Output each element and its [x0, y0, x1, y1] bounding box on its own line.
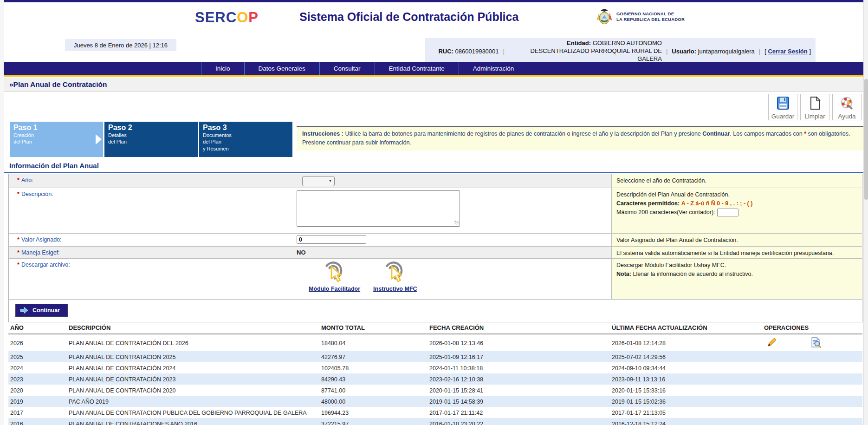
edit-pencil-icon[interactable] — [766, 337, 777, 349]
nav-item-entidad-contratante[interactable]: Entidad Contratante — [375, 62, 459, 75]
nav-item-datos-generales[interactable]: Datos Generales — [244, 62, 319, 75]
cell-updated: 2016-12-18 15:12:24 — [612, 418, 764, 425]
plans-table: AÑO DESCRIPCIÓN MONTO TOTAL FECHA CREACI… — [8, 321, 862, 425]
label-text: Maneja Esigef: — [21, 249, 60, 256]
entity-info: Entidad: GOBIERNO AUTONOMO DESCENTRALIZA… — [509, 39, 662, 63]
separator: | — [503, 48, 505, 55]
cell-description: PLAN ANUAL DE CONTRATACIÓN DEL 2026 — [69, 334, 321, 351]
form-section-title: Información del Plan Anual — [4, 161, 863, 173]
required-asterisk: * — [17, 236, 19, 243]
step-line: Documentos — [203, 132, 292, 138]
app-title: Sistema Oficial de Contratación Pública — [299, 10, 518, 24]
year-select[interactable] — [302, 176, 335, 186]
government-branding: GOBIERNO NACIONAL DE LA REPUBLICA DEL EC… — [596, 7, 685, 27]
sercop-logo: SERCOP — [195, 9, 259, 26]
required-asterisk: * — [17, 191, 19, 197]
label-text: Valor Asignado: — [21, 236, 62, 243]
government-text: GOBIERNO NACIONAL DE LA REPUBLICA DEL EC… — [616, 11, 685, 23]
cell-description: PLAN ANUAL DE CONTRATACION PUBLICA DEL G… — [69, 407, 321, 418]
step-arrow-icon — [96, 134, 102, 144]
help-button-label: Ayuda — [833, 113, 861, 120]
esigef-label: *Maneja Esigef: — [9, 247, 294, 258]
cursor-click-icon — [381, 261, 409, 285]
header-operations: OPERACIONES — [764, 321, 862, 334]
cell-description: PAC AÑO 2019 — [69, 396, 321, 407]
cell-created: 2025-01-09 12:16:17 — [429, 351, 612, 362]
module-facilitador-download[interactable]: Módulo Facilitador — [309, 261, 360, 292]
session-bar: RUC: 0860019930001 | Entidad: GOBIERNO A… — [425, 38, 816, 65]
help-line: Nota: Llenar la información de acuerdo a… — [616, 270, 857, 279]
nav-item-administracion[interactable]: Administración — [459, 62, 529, 75]
cell-operations — [764, 362, 862, 373]
table-header-row: AÑO DESCRIPCIÓN MONTO TOTAL FECHA CREACI… — [8, 321, 862, 334]
required-asterisk: * — [17, 262, 19, 268]
cell-operations — [764, 396, 862, 407]
clear-button[interactable]: Limpiar — [800, 94, 829, 120]
chars-value: A - Z á-ú ñ Ñ 0 - 9 , . : ; - ( ) — [681, 200, 753, 207]
ruc-label: RUC: — [438, 48, 453, 55]
bracket: ] — [809, 48, 811, 55]
logo-text-yellow: O — [237, 9, 248, 26]
ecuador-coat-of-arms-icon — [596, 7, 613, 27]
instructivo-mfc-download[interactable]: Instructivo MFC — [373, 261, 417, 292]
instructions-label: Instrucciones : — [302, 131, 343, 137]
save-button[interactable]: Guardar — [768, 94, 797, 120]
table-row: 2020PLAN ANUAL DE CONTRATACIÓN 202087741… — [8, 385, 862, 396]
continue-button-label: Continuar — [32, 307, 60, 314]
help-line: Caracteres permitidos: A - Z á-ú ñ Ñ 0 -… — [616, 199, 857, 208]
required-asterisk: * — [17, 177, 19, 183]
step-3-documentos[interactable]: Paso 3 Documentos del Plan y Resumen — [199, 122, 292, 157]
instructions-text: . Los campos marcados con — [730, 131, 804, 137]
nav-item-consultar[interactable]: Consultar — [319, 62, 375, 75]
cell-updated: 2023-09-11 13:13:16 — [612, 373, 764, 385]
description-help: Descripción del Plan Anual de Contrataci… — [611, 188, 862, 233]
chars-label: Caracteres permitidos: — [616, 200, 680, 207]
cell-created: 2023-02-16 12:10:38 — [429, 373, 612, 385]
cell-year: 2019 — [8, 396, 69, 407]
logout-link[interactable]: Cerrar Sesión — [768, 48, 807, 55]
arrow-right-icon — [20, 307, 28, 314]
header-description: DESCRIPCIÓN — [69, 321, 321, 334]
logo-text-red: P — [248, 9, 259, 26]
step-line: Creación — [13, 132, 103, 138]
gov-line2: LA REPUBLICA DEL ECUADOR — [616, 17, 685, 22]
char-counter-input[interactable] — [717, 209, 738, 216]
step-title: Paso 3 — [203, 123, 292, 132]
user-label: Usuario: — [672, 48, 696, 55]
label-text: Año: — [21, 177, 33, 183]
table-row: 2023PLAN ANUAL DE CONTRATACIÓN 202384290… — [8, 373, 862, 385]
module-facilitador-link[interactable]: Módulo Facilitador — [309, 286, 360, 292]
cell-updated: 2019-01-15 15:02:36 — [612, 396, 764, 407]
required-asterisk: * — [17, 249, 19, 256]
view-document-icon[interactable] — [810, 337, 822, 349]
header-amount: MONTO TOTAL — [321, 321, 429, 334]
description-textarea[interactable] — [297, 190, 460, 227]
instructivo-mfc-link[interactable]: Instructivo MFC — [373, 286, 417, 292]
scrollbar-track[interactable] — [863, 0, 868, 425]
table-row: 2026PLAN ANUAL DE CONTRATACIÓN DEL 20261… — [8, 334, 862, 351]
cell-updated: 2026-01-08 12:14:28 — [612, 334, 764, 351]
cell-created: 2017-01-17 21:11:42 — [429, 407, 612, 418]
record-toolbar: Guardar Limpiar Ayuda — [768, 94, 862, 120]
assigned-value-input[interactable] — [297, 235, 366, 244]
help-button[interactable]: Ayuda — [832, 94, 862, 120]
cell-description: PLAN ANUAL DE CONTRATACIÓN 2023 — [69, 373, 321, 385]
cell-year: 2017 — [8, 407, 69, 418]
cell-updated: 2024-09-10 09:34:44 — [612, 362, 764, 373]
nav-item-inicio[interactable]: Inicio — [201, 62, 244, 75]
user-info: Usuario: juntaparroquialgalera — [672, 48, 755, 55]
entity-label: Entidad: — [567, 39, 591, 46]
continue-button[interactable]: Continuar — [15, 304, 68, 317]
nav-items: Inicio Datos Generales Consultar Entidad… — [201, 62, 528, 75]
cursor-click-icon — [320, 261, 349, 285]
step-1-creacion[interactable]: Paso 1 Creación del Plan — [10, 122, 103, 157]
datetime-display: Jueves 8 de Enero de 2026 | 12:16 — [65, 39, 176, 51]
scrollbar-thumb[interactable] — [864, 79, 868, 200]
cell-year: 2024 — [8, 362, 69, 373]
step-2-detalles[interactable]: Paso 2 Detalles del Plan — [104, 122, 198, 157]
cell-amount: 18480.04 — [321, 334, 429, 351]
table-row: 2019PAC AÑO 201948000.002019-01-15 14:58… — [8, 396, 862, 407]
step-line: del Plan — [13, 138, 103, 145]
cell-updated: 2017-01-17 21:13:05 — [612, 407, 764, 418]
step-line: Detalles — [108, 132, 198, 138]
